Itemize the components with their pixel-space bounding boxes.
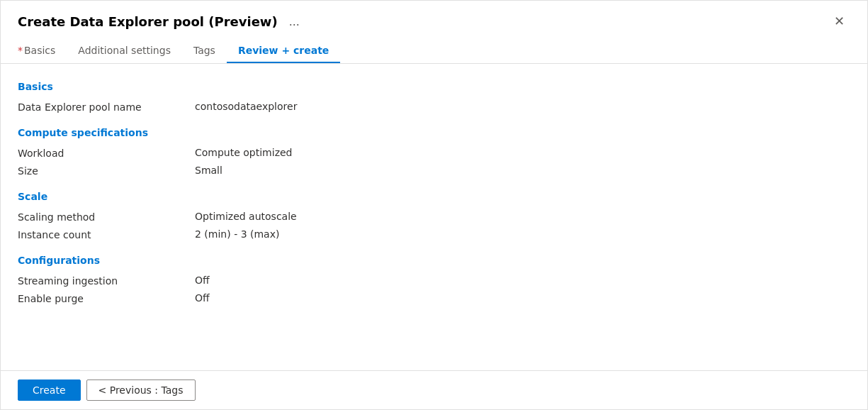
tab-additional-settings[interactable]: Additional settings xyxy=(67,39,182,63)
section-title-basics: Basics xyxy=(18,81,850,92)
required-star: * xyxy=(18,45,23,56)
field-label-streaming-ingestion: Streaming ingestion xyxy=(18,275,195,287)
field-value-scaling-method: Optimized autoscale xyxy=(195,211,297,222)
field-row-enable-purge: Enable purge Off xyxy=(18,292,850,304)
dialog-title-area: Create Data Explorer pool (Preview) ... xyxy=(18,13,304,31)
field-label-instance-count: Instance count xyxy=(18,228,195,240)
footer: Create < Previous : Tags xyxy=(1,370,867,409)
section-compute: Compute specifications Workload Compute … xyxy=(18,127,850,177)
field-row-pool-name: Data Explorer pool name contosodataexplo… xyxy=(18,101,850,113)
create-button[interactable]: Create xyxy=(18,379,81,401)
field-value-pool-name: contosodataexplorer xyxy=(195,101,297,112)
section-scale: Scale Scaling method Optimized autoscale… xyxy=(18,191,850,240)
dialog-title: Create Data Explorer pool (Preview) xyxy=(18,14,278,29)
section-title-compute: Compute specifications xyxy=(18,127,850,138)
tab-tags[interactable]: Tags xyxy=(182,39,227,63)
field-row-instance-count: Instance count 2 (min) - 3 (max) xyxy=(18,228,850,240)
content-area: Basics Data Explorer pool name contosoda… xyxy=(1,64,867,370)
field-row-scaling-method: Scaling method Optimized autoscale xyxy=(18,211,850,223)
tab-basics[interactable]: *Basics xyxy=(18,39,67,63)
section-title-scale: Scale xyxy=(18,191,850,202)
field-value-instance-count: 2 (min) - 3 (max) xyxy=(195,228,279,240)
section-title-configurations: Configurations xyxy=(18,255,850,266)
field-value-size: Small xyxy=(195,165,222,176)
field-label-workload: Workload xyxy=(18,147,195,159)
close-button[interactable]: ✕ xyxy=(828,12,850,31)
field-row-streaming-ingestion: Streaming ingestion Off xyxy=(18,275,850,287)
field-value-enable-purge: Off xyxy=(195,292,210,304)
section-configurations: Configurations Streaming ingestion Off E… xyxy=(18,255,850,304)
field-row-size: Size Small xyxy=(18,165,850,177)
field-label-size: Size xyxy=(18,165,195,177)
tab-review-create[interactable]: Review + create xyxy=(227,39,340,63)
ellipsis-button[interactable]: ... xyxy=(285,13,304,31)
dialog: Create Data Explorer pool (Preview) ... … xyxy=(0,0,868,410)
previous-tags-button[interactable]: < Previous : Tags xyxy=(86,379,196,401)
section-basics: Basics Data Explorer pool name contosoda… xyxy=(18,81,850,113)
field-label-enable-purge: Enable purge xyxy=(18,292,195,304)
field-value-streaming-ingestion: Off xyxy=(195,275,210,286)
tab-bar: *Basics Additional settings Tags Review … xyxy=(1,39,867,64)
dialog-header: Create Data Explorer pool (Preview) ... … xyxy=(1,1,867,39)
field-value-workload: Compute optimized xyxy=(195,147,293,158)
field-label-pool-name: Data Explorer pool name xyxy=(18,101,195,113)
field-label-scaling-method: Scaling method xyxy=(18,211,195,223)
field-row-workload: Workload Compute optimized xyxy=(18,147,850,159)
